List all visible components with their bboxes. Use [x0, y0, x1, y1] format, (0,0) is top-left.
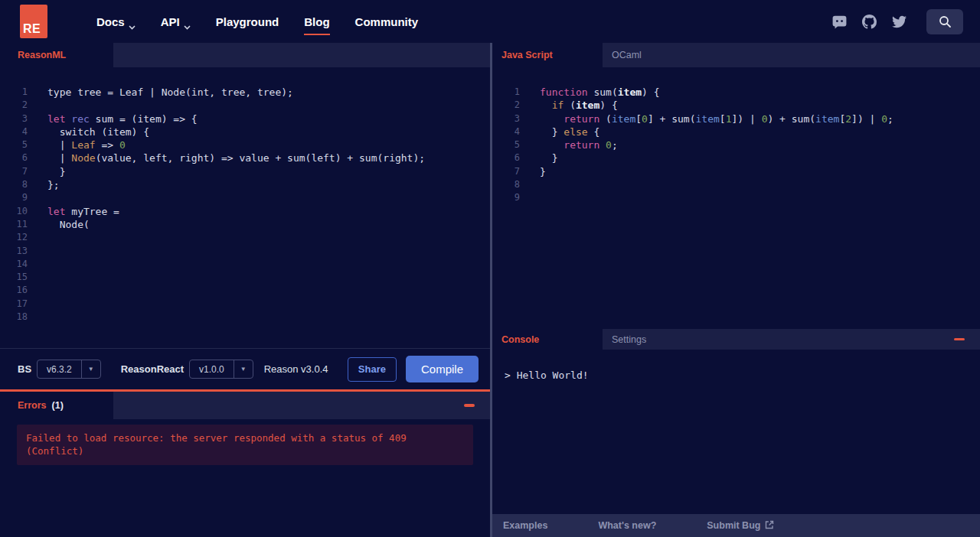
line-number: 8: [0, 178, 28, 191]
code-line[interactable]: 12: [0, 231, 490, 244]
github-icon[interactable]: [862, 15, 877, 29]
code-line[interactable]: 10let myTree =: [0, 205, 490, 218]
bs-label: BS: [18, 363, 31, 375]
nav-label: Playground: [216, 15, 279, 28]
caret-down-icon: ▼: [81, 360, 100, 378]
line-number: 2: [0, 99, 28, 112]
nav-label: Docs: [96, 15, 125, 28]
nav-label: Community: [355, 15, 419, 28]
code-line[interactable]: 3 return (item[0] + sum(item[1]) | 0) + …: [492, 112, 980, 125]
code-line[interactable]: 9: [0, 191, 490, 204]
pane-footer: Examples What's new? Submit Bug: [492, 514, 980, 537]
code-line[interactable]: 4 switch (item) {: [0, 125, 490, 138]
tab-label: OCaml: [612, 50, 642, 60]
share-button[interactable]: Share: [348, 357, 397, 382]
tab-ocaml[interactable]: OCaml: [603, 43, 651, 67]
reason-code-editor[interactable]: 1type tree = Leaf | Node(int, tree, tree…: [0, 67, 490, 348]
search-icon: [939, 15, 952, 28]
js-code-output[interactable]: 1function sum(item) {2 if (item) {3 retu…: [492, 67, 980, 329]
whats-new-link[interactable]: What's new?: [598, 520, 656, 531]
code-line[interactable]: 9: [492, 191, 980, 204]
code-line[interactable]: 8: [492, 178, 980, 191]
code-line[interactable]: 11 Node(: [0, 218, 490, 231]
errors-title: Errors: [18, 400, 47, 411]
code-line[interactable]: 13: [0, 245, 490, 258]
line-number: 18: [0, 311, 28, 324]
nav-item-blog[interactable]: Blog: [304, 15, 329, 28]
errors-header: Errors (1): [0, 392, 490, 419]
error-message-line: (Conflict): [26, 444, 464, 457]
tab-javascript[interactable]: Java Script: [492, 43, 603, 67]
line-number: 6: [0, 151, 28, 164]
line-number: 8: [492, 178, 520, 191]
line-number: 10: [0, 205, 28, 218]
reason-version: Reason v3.0.4: [264, 363, 328, 375]
code-line[interactable]: 7 }: [0, 165, 490, 178]
code-line[interactable]: 2 if (item) {: [492, 99, 980, 112]
line-number: 1: [0, 86, 28, 99]
caret-down-icon: ▼: [234, 360, 253, 378]
code-line[interactable]: 1function sum(item) {: [492, 86, 980, 99]
collapse-console-button[interactable]: [954, 334, 965, 345]
examples-link[interactable]: Examples: [503, 520, 547, 531]
code-line[interactable]: 3let rec sum = (item) => {: [0, 112, 490, 125]
errors-count-badge: (1): [52, 400, 64, 411]
logo[interactable]: RE: [20, 5, 47, 38]
line-number: 15: [0, 271, 28, 284]
bs-version-select[interactable]: v6.3.2 ▼: [37, 360, 101, 379]
line-number: 13: [0, 245, 28, 258]
tab-errors[interactable]: Errors (1): [0, 392, 113, 419]
code-line[interactable]: 5 return 0;: [492, 138, 980, 151]
code-line[interactable]: 18: [0, 311, 490, 324]
compile-button[interactable]: Compile: [406, 356, 479, 382]
code-line[interactable]: 4 } else {: [492, 125, 980, 138]
code-line[interactable]: 8};: [0, 178, 490, 191]
code-line[interactable]: 1type tree = Leaf | Node(int, tree, tree…: [0, 86, 490, 99]
code-text: };: [47, 178, 60, 191]
line-number: 6: [492, 151, 520, 164]
nav-item-docs[interactable]: Docs: [96, 15, 136, 28]
reasonreact-version-value: v1.0.0: [190, 360, 234, 378]
tab-reasonml[interactable]: ReasonML: [0, 43, 113, 67]
code-line[interactable]: 2: [0, 99, 490, 112]
collapse-errors-button[interactable]: [464, 400, 475, 411]
console-header: Console Settings: [492, 329, 980, 350]
discord-icon[interactable]: [832, 15, 847, 29]
line-number: 3: [0, 112, 28, 125]
code-text: type tree = Leaf | Node(int, tree, tree)…: [47, 86, 293, 99]
code-line[interactable]: 15: [0, 271, 490, 284]
submit-bug-link[interactable]: Submit Bug: [707, 520, 774, 532]
tab-settings[interactable]: Settings: [603, 329, 655, 350]
tab-console[interactable]: Console: [492, 329, 603, 350]
link-label: What's new?: [598, 520, 656, 531]
nav-item-api[interactable]: API: [161, 15, 191, 28]
code-line[interactable]: 17: [0, 298, 490, 311]
code-text: Node(: [47, 218, 90, 231]
error-message-line: Failed to load resource: the server resp…: [26, 431, 464, 444]
code-line[interactable]: 7}: [492, 165, 980, 178]
bs-version-value: v6.3.2: [38, 360, 81, 378]
line-number: 3: [492, 112, 520, 125]
search-button[interactable]: [926, 9, 963, 34]
line-number: 9: [0, 191, 28, 204]
code-text: }: [540, 151, 557, 164]
code-line[interactable]: 16: [0, 284, 490, 297]
code-line[interactable]: 14: [0, 258, 490, 271]
code-line[interactable]: 5 | Leaf => 0: [0, 138, 490, 151]
reason-tabbar: ReasonML: [0, 43, 490, 67]
line-number: 7: [0, 165, 28, 178]
line-number: 4: [0, 125, 28, 138]
code-line[interactable]: 6 }: [492, 151, 980, 164]
nav-item-community[interactable]: Community: [355, 15, 419, 28]
code-line[interactable]: 6 | Node(value, left, right) => value + …: [0, 151, 490, 164]
line-number: 11: [0, 218, 28, 231]
line-number: 14: [0, 258, 28, 271]
twitter-icon[interactable]: [892, 15, 906, 29]
code-text: let myTree =: [47, 205, 119, 218]
link-label: Examples: [503, 520, 547, 531]
code-text: | Leaf => 0: [47, 138, 126, 151]
nav-item-playground[interactable]: Playground: [216, 15, 279, 28]
reasonreact-version-select[interactable]: v1.0.0 ▼: [189, 360, 253, 379]
line-number: 5: [492, 138, 520, 151]
code-text: | Node(value, left, right) => value + su…: [47, 151, 425, 164]
